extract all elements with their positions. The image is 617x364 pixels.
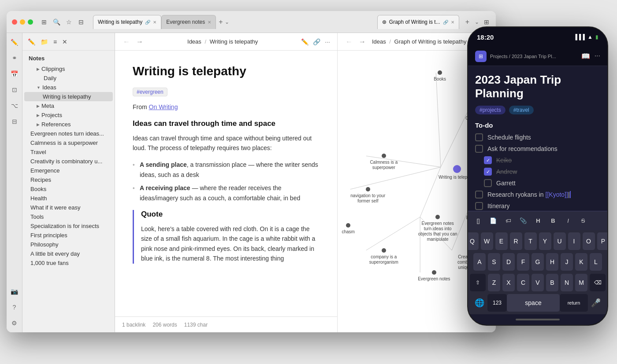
key-x[interactable]: X	[502, 274, 515, 291]
fmt-tag-icon[interactable]: 🏷	[502, 214, 515, 228]
tag-badge[interactable]: #evergreen	[133, 88, 167, 96]
key-a[interactable]: A	[473, 253, 486, 271]
key-u[interactable]: U	[554, 232, 566, 250]
fmt-strikethrough-icon[interactable]: S	[576, 214, 590, 228]
more-icon[interactable]: ···	[325, 38, 330, 45]
sidebar-item-recipes[interactable]: Recipes	[24, 175, 113, 184]
copy-icon[interactable]: ⊡	[10, 85, 19, 95]
fmt-bold-icon[interactable]: B	[546, 214, 560, 228]
key-mic[interactable]: 🎤	[588, 295, 604, 311]
key-j[interactable]: J	[561, 253, 573, 271]
sidebar-item-writing-telepathy[interactable]: Writing is telepathy	[24, 92, 113, 101]
key-123[interactable]: 123	[487, 294, 507, 312]
key-y[interactable]: Y	[539, 232, 551, 250]
key-return[interactable]: return	[560, 294, 588, 312]
tab-graph[interactable]: ⊛ Graph of Writing is t... 🔗 ✕	[377, 15, 459, 29]
todo-andrew[interactable]: ✓ Andrew	[475, 168, 600, 176]
graph-node-evergreen-notes[interactable]: Evergreen notes	[418, 270, 450, 282]
key-g[interactable]: G	[532, 253, 544, 271]
todo-ask-recommendations[interactable]: Ask for recommendations	[475, 145, 600, 153]
key-n[interactable]: N	[561, 274, 573, 291]
key-p[interactable]: P	[597, 232, 608, 250]
key-h[interactable]: H	[546, 253, 558, 271]
sidebar-item-philosophy[interactable]: Philosophy	[24, 240, 113, 249]
link-icon[interactable]: 🔗	[313, 38, 320, 45]
tab-graph-close-icon[interactable]: ✕	[451, 20, 454, 25]
key-v[interactable]: V	[532, 274, 544, 291]
settings-icon[interactable]: ⚙	[10, 318, 19, 328]
key-k[interactable]: K	[575, 253, 587, 271]
fmt-attach-icon[interactable]: 📎	[517, 214, 530, 228]
add-tab-button[interactable]: +	[219, 18, 223, 26]
graph-forward-button[interactable]: →	[358, 38, 367, 46]
sidebar-item-little-bit[interactable]: A little bit every day	[24, 249, 113, 258]
layout-icon[interactable]: ⊟	[77, 18, 85, 26]
key-s[interactable]: S	[488, 253, 500, 271]
key-z[interactable]: Z	[488, 274, 500, 291]
phone-tag-projects[interactable]: #projects	[475, 106, 505, 114]
sidebar-item-first-principles[interactable]: First principles	[24, 231, 113, 240]
key-i[interactable]: I	[568, 232, 580, 250]
compose-icon[interactable]: ✏️	[10, 37, 19, 47]
phone-tag-travel[interactable]: #travel	[509, 106, 534, 114]
key-c[interactable]: C	[517, 274, 529, 291]
key-q[interactable]: Q	[468, 232, 479, 250]
close-sidebar-icon[interactable]: ✕	[62, 38, 67, 45]
camera-icon[interactable]: 📷	[10, 287, 19, 296]
key-t[interactable]: T	[524, 232, 537, 250]
todo-research-ryokans[interactable]: Research ryokans in [[Kyoto]]|	[475, 191, 600, 199]
key-w[interactable]: W	[481, 232, 493, 250]
sidebar-item-clippings[interactable]: ▶ Clippings	[24, 64, 113, 74]
graph-node-chasm[interactable]: chasm	[342, 223, 354, 235]
fmt-file-icon[interactable]: 📄	[487, 214, 500, 228]
key-globe[interactable]: 🌐	[472, 295, 487, 311]
todo-garrett[interactable]: Garrett	[475, 179, 600, 187]
todo-checkbox[interactable]: ✓	[484, 168, 492, 176]
minimize-button[interactable]	[20, 19, 25, 25]
graph-view-icon[interactable]: ⚭	[10, 53, 19, 63]
sidebar-item-health[interactable]: Health	[24, 194, 113, 203]
app-icon[interactable]: ⊞	[475, 51, 487, 62]
fmt-heading-icon[interactable]: H	[532, 214, 545, 228]
key-delete[interactable]: ⌫	[590, 274, 606, 291]
key-l[interactable]: L	[590, 253, 602, 271]
todo-itinerary[interactable]: Itinerary	[475, 202, 600, 210]
edit-icon[interactable]: ✏️	[301, 38, 308, 45]
todo-checkbox[interactable]	[475, 133, 483, 141]
fmt-bracket-icon[interactable]: []	[472, 214, 485, 228]
more-icon[interactable]: ···	[595, 52, 600, 60]
key-space[interactable]: space	[507, 294, 560, 312]
tab-close-icon[interactable]: ✕	[208, 20, 211, 25]
on-writing-link[interactable]: On Writing	[149, 103, 178, 110]
todo-checkbox[interactable]	[475, 202, 483, 210]
help-icon[interactable]: ?	[10, 302, 19, 312]
tab-writing-telepathy[interactable]: Writing is telepathy 🔗 ✕	[93, 15, 161, 29]
sidebar-item-emergence[interactable]: Emergence	[24, 166, 113, 175]
key-f[interactable]: F	[517, 253, 529, 271]
new-folder-icon[interactable]: 📁	[41, 38, 48, 45]
sidebar-item-calmness[interactable]: Calmness is a superpower	[24, 138, 113, 147]
graph-back-button[interactable]: ←	[345, 38, 353, 46]
graph-node-navigation[interactable]: navigation to your former self	[348, 187, 388, 204]
calendar-icon[interactable]: 📅	[10, 69, 19, 79]
graph-node-evergreen[interactable]: Evergreen notes turn ideas into objects …	[418, 215, 457, 242]
sidebar-item-specialization[interactable]: Specialization is for insects	[24, 221, 113, 231]
graph-node-superorganism[interactable]: company is a superorganism	[364, 248, 404, 265]
graph-node-calmness[interactable]: Calmness is a superpower	[364, 154, 404, 170]
sidebar-toggle-icon[interactable]: ⊞	[40, 18, 48, 26]
sidebar-item-evergreen-notes[interactable]: Evergreen notes turn ideas...	[24, 129, 113, 138]
terminal-icon[interactable]: ⌥	[10, 101, 19, 110]
sidebar-item-meta[interactable]: ▶ Meta	[24, 101, 113, 110]
sidebar-item-ideas[interactable]: ▼ Ideas	[24, 83, 113, 92]
new-note-icon[interactable]: ✏️	[28, 38, 35, 45]
book-icon[interactable]: 📖	[581, 52, 590, 60]
todo-checkbox[interactable]: ✓	[484, 156, 492, 164]
todo-checkbox[interactable]	[475, 191, 483, 199]
graph-node-books[interactable]: Books	[434, 70, 446, 82]
sidebar-item-true-fans[interactable]: 1,000 true fans	[24, 258, 113, 268]
todo-checkbox[interactable]	[475, 145, 483, 153]
fmt-italic-icon[interactable]: I	[561, 214, 575, 228]
layers-icon[interactable]: ⊟	[10, 117, 19, 126]
sidebar-item-projects[interactable]: ▶ Projects	[24, 110, 113, 120]
forward-button[interactable]: →	[135, 38, 144, 46]
